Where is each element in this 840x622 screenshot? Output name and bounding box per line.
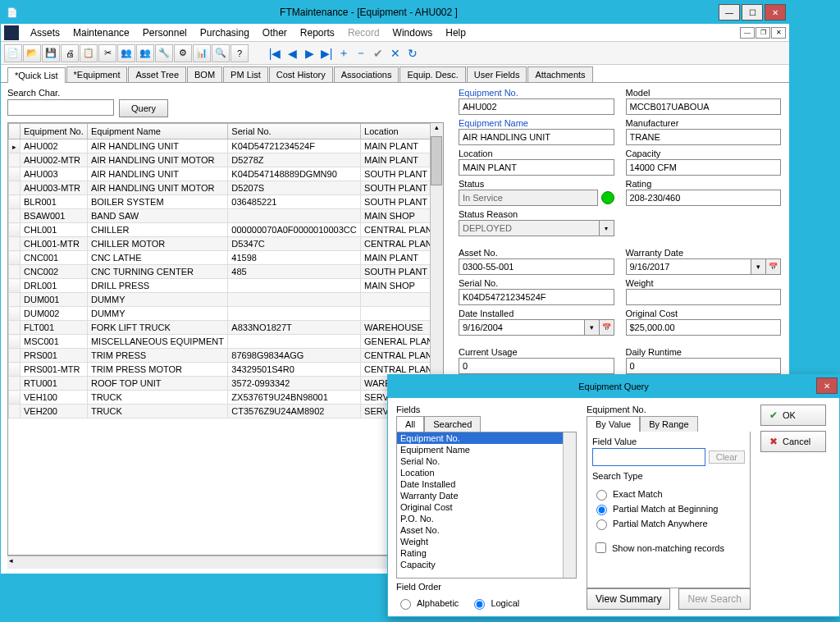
field-order-logical[interactable]: Logical xyxy=(470,597,519,610)
field-list-item[interactable]: Capacity xyxy=(397,559,576,570)
table-row[interactable]: CNC001CNC LATHE41598MAIN PLANT xyxy=(9,251,443,265)
field-list-item[interactable]: Asset No. xyxy=(397,524,576,536)
tab-assettree[interactable]: Asset Tree xyxy=(128,66,186,82)
date-installed-calendar-icon[interactable]: 📅 xyxy=(600,319,614,336)
search-type-partial-any[interactable]: Partial Match Anywhere xyxy=(592,517,745,530)
table-row[interactable]: FLT001FORK LIFT TRUCKA833NO1827TWAREHOUS… xyxy=(9,321,443,335)
rating-field[interactable] xyxy=(626,190,782,206)
toolbar-btn-12[interactable]: 🔍 xyxy=(212,44,230,62)
warranty-date-dropdown-icon[interactable]: ▾ xyxy=(751,258,766,275)
toolbar-btn-4[interactable]: 🖨 xyxy=(61,44,79,62)
nav-first-icon[interactable]: |◀ xyxy=(267,44,283,62)
menu-record[interactable]: Record xyxy=(341,25,386,40)
toolbar-btn-2[interactable]: 📂 xyxy=(23,44,41,62)
fields-scrollbar[interactable] xyxy=(563,432,576,578)
nav-refresh-icon[interactable]: ↻ xyxy=(404,44,421,62)
table-row[interactable]: VEH200TRUCKCT3576Z9U24AM8902SERVIC xyxy=(9,405,443,418)
table-row[interactable]: AHU002AIR HANDLING UNITK04D54721234524FM… xyxy=(9,139,443,153)
scroll-thumb[interactable] xyxy=(431,136,442,185)
tab-quicklist[interactable]: *Quick List xyxy=(7,67,66,83)
field-list-item[interactable]: Equipment No. xyxy=(397,432,576,444)
close-button[interactable]: ✕ xyxy=(765,4,786,21)
table-row[interactable]: CNC002CNC TURNING CENTER485SOUTH PLANT xyxy=(9,265,443,279)
field-list-item[interactable]: Original Cost xyxy=(397,501,576,513)
warranty-date-calendar-icon[interactable]: 📅 xyxy=(766,258,781,275)
equipment-no-field[interactable] xyxy=(459,98,614,115)
nav-last-icon[interactable]: ▶| xyxy=(318,44,335,62)
value-tab-by-range[interactable]: By Range xyxy=(640,416,697,432)
nav-cancel-icon[interactable]: ✕ xyxy=(387,44,404,62)
table-row[interactable]: AHU003-MTRAIR HANDLING UNIT MOTORD5207SS… xyxy=(9,181,443,195)
equipment-name-label[interactable]: Equipment Name xyxy=(459,118,614,128)
nav-next-icon[interactable]: ▶ xyxy=(301,44,317,62)
grid-header[interactable]: Equipment Name xyxy=(87,124,227,139)
new-search-button[interactable]: New Search xyxy=(678,588,750,610)
mdi-restore-button[interactable]: ❐ xyxy=(756,27,770,39)
model-field[interactable] xyxy=(626,98,782,115)
search-type-partial-begin[interactable]: Partial Match at Beginning xyxy=(592,502,745,515)
toolbar-btn-10[interactable]: ⚙ xyxy=(174,44,192,62)
table-row[interactable]: MSC001MISCELLANEOUS EQUIPMENTGENERAL PLA… xyxy=(9,335,443,349)
mdi-minimize-button[interactable]: — xyxy=(740,27,755,39)
equipment-name-field[interactable] xyxy=(459,129,614,145)
toolbar-help-button[interactable]: ? xyxy=(231,44,249,62)
equipment-no-label[interactable]: Equipment No. xyxy=(459,88,614,98)
menu-maintenance[interactable]: Maintenance xyxy=(66,25,136,40)
grid-header[interactable]: Equipment No. xyxy=(21,124,88,139)
field-list-item[interactable]: Warranty Date xyxy=(397,490,576,501)
search-input[interactable] xyxy=(7,99,114,116)
dialog-close-button[interactable]: ✕ xyxy=(816,377,838,394)
maximize-button[interactable]: ☐ xyxy=(742,4,763,21)
menu-other[interactable]: Other xyxy=(256,25,294,40)
tab-equipment[interactable]: *Equipment xyxy=(66,66,128,82)
field-list-item[interactable]: Location xyxy=(397,467,576,478)
nav-remove-icon[interactable]: － xyxy=(353,44,369,62)
clear-button[interactable]: Clear xyxy=(709,450,745,464)
tab-bom[interactable]: BOM xyxy=(187,66,222,82)
asset-no-field[interactable] xyxy=(459,258,614,275)
value-tab-by-value[interactable]: By Value xyxy=(587,416,640,432)
tab-costhistory[interactable]: Cost History xyxy=(269,66,333,82)
nav-prev-icon[interactable]: ◀ xyxy=(284,44,300,62)
field-list-item[interactable]: Weight xyxy=(397,536,576,547)
show-nonmatching-checkbox[interactable]: Show non-matching records xyxy=(592,540,745,556)
table-row[interactable]: DRL001DRILL PRESSMAIN SHOP xyxy=(9,279,443,293)
table-row[interactable]: BLR001BOILER SYSTEM036485221SOUTH PLANT xyxy=(9,195,443,209)
field-list-item[interactable]: Equipment Name xyxy=(397,444,576,455)
minimize-button[interactable]: — xyxy=(719,4,740,21)
table-row[interactable]: PRS001TRIM PRESS87698G9834AGGCENTRAL PLA… xyxy=(9,349,443,363)
serial-no-field[interactable] xyxy=(459,289,614,305)
toolbar-btn-7[interactable]: 👥 xyxy=(117,44,135,62)
field-order-alphabetic[interactable]: Alphabetic xyxy=(396,597,459,610)
warranty-date-field[interactable] xyxy=(626,258,752,275)
fields-tab-all[interactable]: All xyxy=(396,416,424,432)
table-row[interactable]: AHU002-MTRAIR HANDLING UNIT MOTORD5278ZM… xyxy=(9,153,443,167)
menu-windows[interactable]: Windows xyxy=(386,25,440,40)
capacity-field[interactable] xyxy=(626,159,782,176)
table-row[interactable]: BSAW001BAND SAWMAIN SHOP xyxy=(9,209,443,223)
toolbar-btn-3[interactable]: 💾 xyxy=(42,44,60,62)
menu-reports[interactable]: Reports xyxy=(294,25,341,40)
table-row[interactable]: DUM002DUMMY xyxy=(9,307,443,321)
tab-userfields[interactable]: User Fields xyxy=(467,66,527,82)
field-list-item[interactable]: P.O. No. xyxy=(397,513,576,524)
table-row[interactable]: RTU001ROOF TOP UNIT3572-0993342WAREHOUSE xyxy=(9,377,443,391)
view-summary-button[interactable]: View Summary xyxy=(587,588,670,610)
field-value-input[interactable] xyxy=(592,448,705,466)
original-cost-field[interactable] xyxy=(626,319,782,336)
toolbar-btn-9[interactable]: 🔧 xyxy=(155,44,173,62)
field-list-item[interactable]: Rating xyxy=(397,547,576,559)
mdi-close-button[interactable]: ✕ xyxy=(771,27,786,39)
date-installed-dropdown-icon[interactable]: ▾ xyxy=(585,319,600,336)
daily-runtime-field[interactable] xyxy=(626,358,782,374)
field-list-item[interactable]: Serial No. xyxy=(397,455,576,467)
field-list-item[interactable]: Date Installed xyxy=(397,478,576,490)
fields-listbox[interactable]: Equipment No.Equipment NameSerial No.Loc… xyxy=(396,432,577,579)
table-row[interactable]: VEH100TRUCKZX5376T9U24BN98001SERVIC xyxy=(9,391,443,405)
cancel-button[interactable]: Cancel xyxy=(760,431,826,452)
current-usage-field[interactable] xyxy=(459,358,614,374)
tab-pmlist[interactable]: PM List xyxy=(223,66,268,82)
menu-purchasing[interactable]: Purchasing xyxy=(194,25,256,40)
menu-assets[interactable]: Assets xyxy=(24,25,66,40)
table-row[interactable]: AHU003AIR HANDLING UNITK04D547148889DGMN… xyxy=(9,167,443,181)
